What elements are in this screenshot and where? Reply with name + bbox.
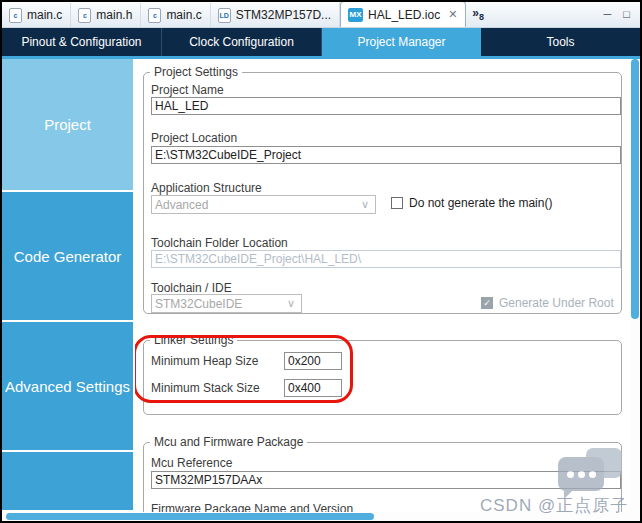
horizontal-scrollbar[interactable] [2,512,640,521]
min-stack-input[interactable] [284,379,342,397]
window-controls: ─ □ [604,9,640,20]
config-nav-bar: Pinout & Configuration Clock Configurati… [2,28,640,56]
generate-under-root-row: ✓ Generate Under Root [481,296,614,310]
mx-file-icon: MX [348,8,363,22]
sidebar: Project Code Generator Advanced Settings [2,59,133,512]
toolchain-folder-input [151,250,621,268]
project-settings-group: Project Settings Project Name Project Lo… [143,72,622,314]
sidebar-item-code-generator[interactable]: Code Generator [2,192,133,320]
editor-tab-label: main.c [27,8,62,22]
project-location-input[interactable] [151,146,621,164]
chevron-down-icon: ∨ [287,297,295,310]
editor-tab-bar: c main.c c main.h c main.c LD STM32MP157… [2,2,640,28]
group-title: Mcu and Firmware Package [150,435,307,449]
editor-tab-label: main.h [96,8,132,22]
sidebar-item-label: Project [44,116,91,133]
min-heap-label: Minimum Heap Size [151,354,258,368]
editor-tab-label: HAL_LED.ioc [368,8,440,22]
tab-overflow-button[interactable]: »8 [466,6,490,22]
min-heap-input[interactable] [284,352,342,370]
c-file-icon: c [78,8,91,23]
editor-tab-main-h[interactable]: c main.h [71,3,141,27]
toolchain-ide-label: Toolchain / IDE [151,281,232,295]
app-window: c main.c c main.h c main.c LD STM32MP157… [0,0,642,523]
toolchain-ide-value: STM32CubeIDE [155,297,242,311]
sidebar-item-advanced-settings[interactable]: Advanced Settings [2,322,133,450]
c-file-icon: c [148,8,161,23]
chevron-down-icon: ∨ [361,198,369,211]
no-main-checkbox-label: Do not generate the main() [409,196,552,210]
project-location-label: Project Location [151,131,237,145]
group-title: Linker Settings [150,333,237,347]
minimize-icon[interactable]: ─ [604,9,612,20]
sidebar-item-project[interactable]: Project [2,59,133,190]
linker-settings-group: Linker Settings Minimum Heap Size Minimu… [143,340,622,415]
application-structure-select[interactable]: Advanced ∨ [151,195,376,214]
tab-overflow-count: 8 [479,13,484,23]
no-main-checkbox-row[interactable]: Do not generate the main() [391,196,552,210]
tab-project-manager[interactable]: Project Manager [322,28,481,56]
editor-tab-main-c-1[interactable]: c main.c [2,3,71,27]
tab-clock-configuration[interactable]: Clock Configuration [162,28,322,56]
editor-tab-hal-led-ioc[interactable]: MX HAL_LED.ioc ✕ [340,1,466,27]
sidebar-item-label: Advanced Settings [5,378,130,395]
generate-under-root-label: Generate Under Root [499,296,614,310]
sidebar-item-label: Code Generator [14,248,122,265]
min-stack-label: Minimum Stack Size [151,381,260,395]
mcu-firmware-package-group: Mcu and Firmware Package Mcu Reference F… [143,442,622,512]
editor-tab-main-c-2[interactable]: c main.c [141,3,210,27]
group-title: Project Settings [150,65,242,79]
horizontal-scrollbar-thumb[interactable] [6,513,374,520]
firmware-package-label: Firmware Package Name and Version [151,502,353,512]
mcu-reference-input[interactable] [151,471,621,489]
editor-tab-label: main.c [166,8,201,22]
vertical-scrollbar-thumb[interactable] [631,59,639,319]
project-manager-panel: Project Settings Project Name Project Lo… [135,59,632,512]
c-file-icon: c [9,8,22,23]
editor-tab-stm32mp157d[interactable]: LD STM32MP157D... [211,3,340,27]
toolchain-folder-label: Toolchain Folder Location [151,236,288,250]
mcu-reference-label: Mcu Reference [151,456,232,470]
ld-file-icon: LD [218,8,231,23]
application-structure-value: Advanced [155,198,208,212]
toolchain-ide-select: STM32CubeIDE ∨ [151,294,302,313]
application-structure-label: Application Structure [151,181,262,195]
project-name-input[interactable] [151,97,621,115]
tab-pinout-configuration[interactable]: Pinout & Configuration [2,28,162,56]
checkbox-unchecked-icon[interactable] [391,197,403,209]
tab-tools[interactable]: Tools [481,28,640,56]
vertical-scrollbar[interactable] [630,59,640,512]
sidebar-filler [2,452,133,510]
project-name-label: Project Name [151,83,224,97]
close-icon[interactable]: ✕ [448,8,457,21]
editor-tab-label: STM32MP157D... [236,8,331,22]
checkbox-checked-icon: ✓ [481,297,493,309]
maximize-icon[interactable]: □ [623,9,630,20]
